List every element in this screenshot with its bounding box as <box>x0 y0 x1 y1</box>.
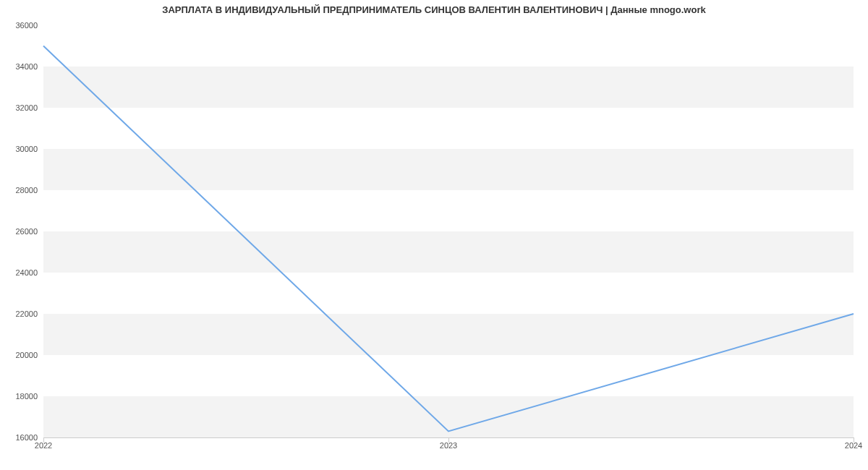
chart-title: ЗАРПЛАТА В ИНДИВИДУАЛЬНЫЙ ПРЕДПРИНИМАТЕЛ… <box>0 4 868 15</box>
y-tick-label: 28000 <box>3 186 38 195</box>
y-tick-label: 34000 <box>3 62 38 71</box>
y-tick-label: 26000 <box>3 227 38 236</box>
y-tick-label: 36000 <box>3 21 38 30</box>
plot-area <box>43 25 854 437</box>
y-tick-label: 30000 <box>3 145 38 153</box>
chart-container: ЗАРПЛАТА В ИНДИВИДУАЛЬНЫЙ ПРЕДПРИНИМАТЕЛ… <box>0 0 868 470</box>
x-tick-label: 2024 <box>845 441 862 450</box>
y-tick-label: 24000 <box>3 268 38 277</box>
y-tick-label: 18000 <box>3 392 38 401</box>
y-tick-label: 20000 <box>3 351 38 359</box>
y-tick-label: 32000 <box>3 103 38 112</box>
x-tick-label: 2022 <box>35 441 52 450</box>
data-line <box>43 46 854 432</box>
y-tick-label: 22000 <box>3 309 38 318</box>
x-tick-label: 2023 <box>440 441 457 450</box>
line-layer <box>43 25 854 437</box>
y-tick-label: 16000 <box>3 433 38 442</box>
